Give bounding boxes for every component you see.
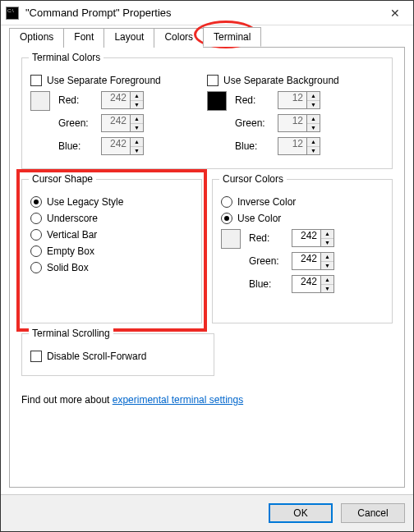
checkbox-separate-foreground[interactable]: Use Separate Foreground	[30, 75, 207, 86]
help-link[interactable]: experimental terminal settings	[113, 394, 243, 406]
app-icon	[6, 7, 19, 20]
group-terminal-colors: Terminal Colors Use Separate Foreground	[21, 57, 393, 169]
chevron-up-icon: ▲	[321, 276, 334, 285]
spinner-buttons[interactable]: ▲▼	[321, 275, 334, 293]
client-area: Options Font Layout Colors Terminal Term…	[1, 25, 413, 494]
radio-label: Vertical Bar	[47, 229, 97, 241]
spinner-buttons[interactable]: ▲▼	[321, 229, 334, 247]
radio-empty-box[interactable]: Empty Box	[30, 245, 193, 257]
checkbox-label: Disable Scroll-Forward	[47, 351, 146, 362]
radio-label: Solid Box	[47, 262, 89, 273]
cursor-color-swatch[interactable]	[221, 229, 241, 249]
spinner-buttons[interactable]: ▲▼	[131, 91, 144, 109]
bg-blue-spinner[interactable]: 12 ▲▼	[278, 137, 320, 155]
cursor-red-spinner[interactable]: 242 ▲▼	[292, 229, 334, 247]
spinner-buttons[interactable]: ▲▼	[307, 114, 320, 132]
cursor-green-label: Green:	[249, 255, 285, 267]
radio-label: Use Color	[237, 213, 281, 224]
window-title: "Command Prompt" Properties	[25, 7, 377, 19]
cancel-button[interactable]: Cancel	[341, 503, 405, 523]
checkbox-separate-background[interactable]: Use Separate Background	[207, 75, 384, 86]
group-cursor-colors: Cursor Colors Inverse Color Use Color	[212, 179, 393, 323]
spinner-buttons[interactable]: ▲▼	[321, 252, 334, 270]
bg-red-label: Red:	[235, 94, 271, 106]
properties-window: "Command Prompt" Properties ✕ Options Fo…	[0, 0, 414, 532]
foreground-swatch[interactable]	[30, 91, 50, 111]
tab-terminal[interactable]: Terminal	[203, 27, 261, 47]
cursor-green-value: 242	[292, 252, 321, 270]
tab-layout[interactable]: Layout	[104, 28, 154, 48]
legend-cursor-shape: Cursor Shape	[29, 173, 96, 185]
tabstrip: Options Font Layout Colors Terminal	[9, 27, 405, 47]
spinner-buttons[interactable]: ▲▼	[307, 91, 320, 109]
fg-blue-spinner[interactable]: 242 ▲▼	[101, 137, 144, 155]
background-swatch[interactable]	[207, 91, 227, 111]
chevron-down-icon: ▼	[131, 147, 143, 155]
tab-options[interactable]: Options	[9, 28, 64, 48]
bg-red-value: 12	[278, 91, 307, 109]
titlebar: "Command Prompt" Properties ✕	[1, 1, 413, 25]
radio-label: Empty Box	[47, 245, 94, 257]
radio-inverse-color[interactable]: Inverse Color	[221, 196, 384, 208]
fg-red-label: Red:	[58, 94, 94, 106]
radio-icon	[221, 196, 232, 208]
chevron-up-icon: ▲	[131, 115, 143, 124]
close-icon: ✕	[390, 7, 400, 20]
radio-icon	[30, 196, 42, 208]
spinner-buttons[interactable]: ▲▼	[131, 114, 144, 132]
radio-icon	[30, 229, 42, 241]
radio-use-color[interactable]: Use Color	[221, 213, 384, 224]
chevron-down-icon: ▼	[321, 262, 334, 270]
group-cursor-shape: Cursor Shape Use Legacy Style Underscore…	[21, 179, 202, 323]
bg-green-value: 12	[278, 114, 307, 132]
cursor-red-label: Red:	[249, 232, 285, 244]
cursor-blue-spinner[interactable]: 242 ▲▼	[292, 275, 334, 293]
chevron-up-icon: ▲	[321, 253, 334, 262]
checkbox-icon	[30, 351, 42, 362]
radio-icon	[30, 245, 42, 257]
bg-green-label: Green:	[235, 117, 271, 129]
fg-red-value: 242	[101, 91, 131, 109]
radio-underscore[interactable]: Underscore	[30, 213, 193, 224]
chevron-down-icon: ▼	[307, 147, 320, 155]
checkbox-icon	[30, 75, 42, 86]
chevron-up-icon: ▲	[131, 92, 143, 101]
chevron-down-icon: ▼	[307, 101, 320, 109]
ok-button[interactable]: OK	[269, 503, 333, 523]
legend-cursor-colors: Cursor Colors	[219, 173, 287, 185]
radio-vertical-bar[interactable]: Vertical Bar	[30, 229, 193, 241]
bg-red-spinner[interactable]: 12 ▲▼	[278, 91, 320, 109]
chevron-up-icon: ▲	[131, 138, 143, 147]
fg-blue-label: Blue:	[58, 140, 94, 152]
radio-icon	[221, 213, 232, 224]
tab-font[interactable]: Font	[63, 28, 104, 48]
legend-terminal-colors: Terminal Colors	[29, 52, 104, 63]
group-terminal-scrolling: Terminal Scrolling Disable Scroll-Forwar…	[21, 333, 214, 376]
chevron-down-icon: ▼	[321, 285, 334, 293]
radio-solid-box[interactable]: Solid Box	[30, 262, 193, 273]
tab-colors[interactable]: Colors	[154, 28, 204, 48]
fg-red-spinner[interactable]: 242 ▲▼	[101, 91, 144, 109]
chevron-down-icon: ▼	[321, 239, 334, 247]
chevron-up-icon: ▲	[307, 138, 320, 147]
close-button[interactable]: ✕	[377, 1, 413, 25]
help-link-prefix: Find out more about	[21, 394, 113, 406]
chevron-up-icon: ▲	[307, 92, 320, 101]
help-link-row: Find out more about experimental termina…	[21, 394, 393, 406]
radio-label: Inverse Color	[237, 196, 296, 208]
spinner-buttons[interactable]: ▲▼	[131, 137, 144, 155]
fg-green-value: 242	[101, 114, 131, 132]
checkbox-disable-scroll-forward[interactable]: Disable Scroll-Forward	[30, 351, 205, 362]
fg-green-spinner[interactable]: 242 ▲▼	[101, 114, 144, 132]
spinner-buttons[interactable]: ▲▼	[307, 137, 320, 155]
chevron-up-icon: ▲	[307, 115, 320, 124]
cursor-green-spinner[interactable]: 242 ▲▼	[292, 252, 334, 270]
bg-green-spinner[interactable]: 12 ▲▼	[278, 114, 320, 132]
checkbox-label: Use Separate Background	[223, 75, 339, 86]
fg-blue-value: 242	[101, 137, 131, 155]
chevron-down-icon: ▼	[307, 124, 320, 132]
radio-icon	[30, 213, 42, 224]
radio-label: Use Legacy Style	[47, 196, 123, 208]
radio-legacy-style[interactable]: Use Legacy Style	[30, 196, 193, 208]
checkbox-icon	[207, 75, 218, 86]
